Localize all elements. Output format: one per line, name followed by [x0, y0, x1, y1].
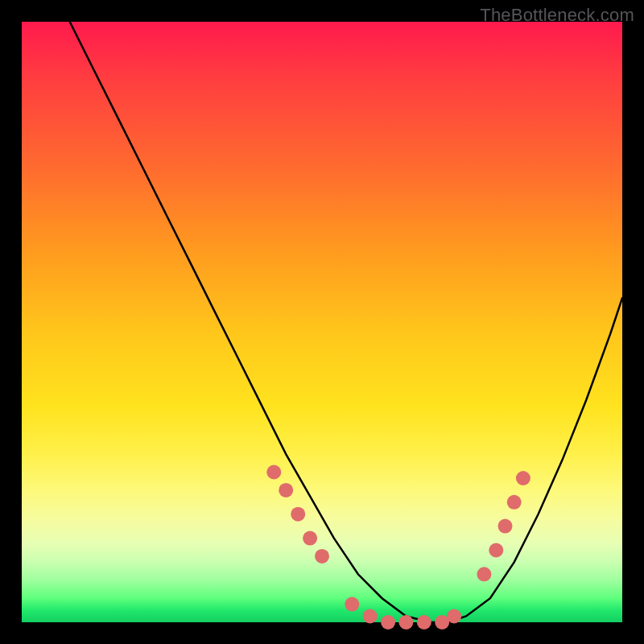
marker-dot [381, 615, 395, 630]
marker-dot [279, 483, 293, 497]
marker-dot [489, 543, 503, 558]
marker-dot [345, 597, 359, 612]
marker-dot [498, 519, 513, 534]
marker-dot [398, 615, 413, 630]
chart-frame: TheBottleneck.com [0, 0, 644, 644]
marker-dot [291, 507, 305, 522]
marker-dot [266, 465, 281, 480]
marker-dot [447, 609, 461, 624]
marker-dot [315, 549, 329, 564]
curve-path [70, 22, 622, 622]
marker-dot [507, 495, 522, 510]
curve-line [70, 22, 622, 622]
marker-dot [303, 531, 317, 546]
watermark-text: TheBottleneck.com [480, 5, 634, 26]
plot-area [22, 22, 622, 622]
marker-dot [417, 615, 431, 630]
marker-dot [516, 471, 530, 485]
marker-dot [477, 567, 491, 581]
marker-dot [363, 609, 378, 624]
chart-svg [22, 22, 622, 622]
